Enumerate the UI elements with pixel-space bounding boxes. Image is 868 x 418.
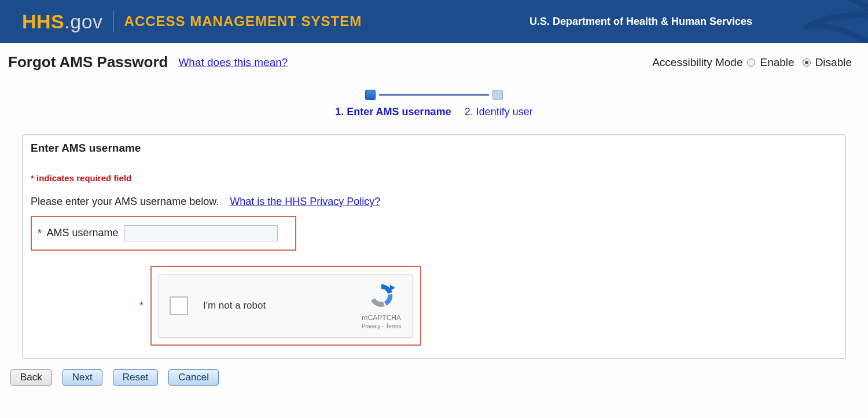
step-label-2: 2. Identify user bbox=[465, 106, 533, 118]
logo-block: HHS.gov ACCESS MANAGEMENT SYSTEM bbox=[22, 10, 362, 33]
form-panel: Enter AMS username * indicates required … bbox=[22, 134, 846, 359]
step-track bbox=[365, 90, 503, 100]
accessibility-mode-block: Accessibility Mode Enable Disable bbox=[652, 56, 860, 69]
disable-label: Disable bbox=[815, 56, 852, 69]
recaptcha-text: I'm not a robot bbox=[203, 300, 266, 311]
page-title: Forgot AMS Password bbox=[8, 53, 168, 71]
recaptcha-checkbox[interactable] bbox=[170, 296, 188, 315]
reset-button[interactable]: Reset bbox=[113, 369, 158, 386]
captcha-row: * I'm not a robot reCAPTCHA Privacy - Te… bbox=[139, 266, 837, 346]
title-row: Forgot AMS Password What does this mean?… bbox=[0, 43, 868, 71]
instruction-text: Please enter your AMS username below. bbox=[31, 196, 219, 207]
recaptcha-branding: reCAPTCHA Privacy - Terms bbox=[358, 283, 404, 329]
wizard-stepper: 1. Enter AMS username 2. Identify user bbox=[0, 90, 868, 118]
logo-suffix-text: .gov bbox=[64, 10, 102, 32]
next-button[interactable]: Next bbox=[62, 369, 102, 386]
back-button[interactable]: Back bbox=[10, 369, 52, 386]
ams-username-input[interactable] bbox=[124, 225, 278, 241]
department-text: U.S. Department of Health & Human Servic… bbox=[529, 16, 752, 28]
recaptcha-brand-text: reCAPTCHA bbox=[358, 314, 404, 322]
step-labels: 1. Enter AMS username 2. Identify user bbox=[0, 106, 868, 118]
accessibility-disable-radio[interactable] bbox=[803, 58, 811, 67]
captcha-highlight-box: I'm not a robot reCAPTCHA Privacy - Term… bbox=[150, 266, 421, 346]
recaptcha-icon bbox=[367, 283, 396, 309]
accessibility-label: Accessibility Mode bbox=[652, 56, 742, 69]
action-button-row: Back Next Reset Cancel bbox=[10, 369, 868, 386]
enable-label: Enable bbox=[760, 56, 794, 69]
privacy-policy-link[interactable]: What is the HHS Privacy Policy? bbox=[230, 196, 380, 207]
required-field-note: * indicates required field bbox=[31, 173, 837, 183]
app-title: ACCESS MANAGEMENT SYSTEM bbox=[124, 13, 362, 30]
eagle-decoration-icon bbox=[764, 0, 868, 43]
required-star-icon: * bbox=[38, 228, 42, 239]
recaptcha-widget: I'm not a robot reCAPTCHA Privacy - Term… bbox=[159, 274, 413, 338]
required-star-icon: * bbox=[139, 300, 144, 312]
username-label: AMS username bbox=[46, 227, 118, 239]
svg-marker-0 bbox=[389, 285, 395, 291]
accessibility-enable-radio[interactable] bbox=[747, 58, 755, 67]
logo-brand-text: HHS bbox=[22, 10, 64, 32]
step-node-2 bbox=[492, 90, 503, 100]
step-bar bbox=[379, 94, 489, 96]
cancel-button[interactable]: Cancel bbox=[168, 369, 219, 386]
hhs-logo: HHS.gov bbox=[22, 10, 103, 33]
logo-divider bbox=[113, 10, 114, 32]
step-label-1: 1. Enter AMS username bbox=[335, 106, 451, 118]
username-field-box: * AMS username bbox=[31, 216, 296, 251]
app-header: HHS.gov ACCESS MANAGEMENT SYSTEM U.S. De… bbox=[0, 0, 868, 43]
recaptcha-legal-text: Privacy - Terms bbox=[358, 323, 404, 329]
instruction-line: Please enter your AMS username below. Wh… bbox=[31, 196, 837, 208]
panel-heading: Enter AMS username bbox=[31, 142, 837, 155]
what-does-this-mean-link[interactable]: What does this mean? bbox=[178, 56, 288, 69]
step-node-1 bbox=[365, 90, 376, 100]
